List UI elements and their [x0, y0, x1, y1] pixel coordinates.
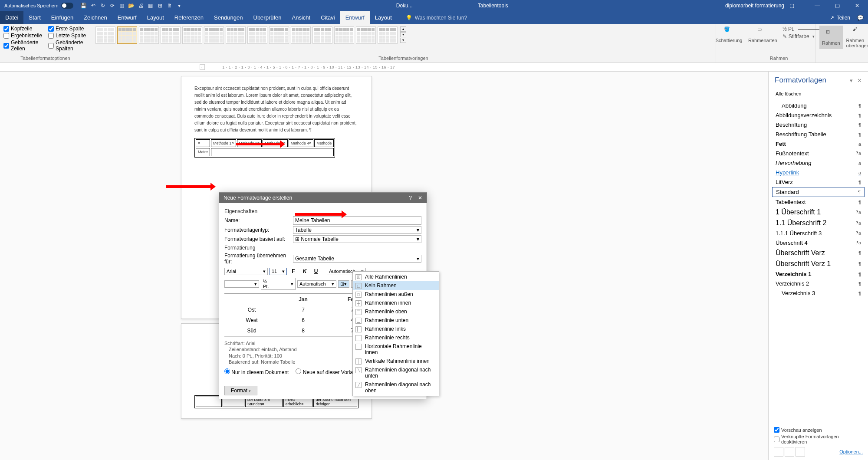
style-item[interactable]: Fußnotentext⁋a — [772, 149, 865, 158]
dialog-titlebar[interactable]: Neue Formatvorlage erstellen ? ✕ — [219, 193, 427, 203]
borders-button[interactable]: ⊞ Rahmen — [819, 26, 843, 49]
menu-diag-down[interactable]: ╲Rahmenlinien diagonal nach unten — [353, 365, 439, 380]
tab-layout[interactable]: Layout — [142, 11, 169, 24]
style-thumb[interactable] — [247, 26, 267, 44]
style-item[interactable]: Hervorhebunga — [772, 158, 865, 168]
border-color-select[interactable]: Automatisch▾ — [297, 280, 336, 288]
bold-button[interactable]: F — [289, 266, 298, 276]
style-thumb[interactable] — [226, 26, 246, 44]
style-thumb[interactable] — [291, 26, 311, 44]
menu-outside-borders[interactable]: □Rahmenlinien außen — [353, 290, 439, 299]
chk-kopfzeile[interactable]: Kopfzeile — [3, 26, 42, 32]
table-icon[interactable]: ⊞ — [156, 1, 164, 10]
refresh-icon[interactable]: ⟳ — [108, 1, 117, 10]
style-item[interactable]: Verzeichnis 2¶ — [772, 279, 865, 288]
save-icon[interactable]: 💾 — [79, 1, 88, 10]
underline-button[interactable]: U — [311, 266, 321, 276]
menu-h-inside[interactable]: ─Horizontale Rahmenlinie innen — [353, 342, 439, 357]
close-icon[interactable]: ✕ — [848, 0, 866, 11]
grid-icon[interactable]: ▦ — [146, 1, 155, 10]
tell-me[interactable]: 💡 Was möchten Sie tun? — [406, 15, 467, 21]
tab-einfuegen[interactable]: Einfügen — [46, 11, 79, 24]
open-icon[interactable]: 📂 — [127, 1, 136, 10]
tab-ueberpruefen[interactable]: Überprüfen — [248, 11, 287, 24]
style-thumb[interactable] — [334, 26, 354, 44]
tab-entwurf[interactable]: Entwurf — [112, 11, 142, 24]
tab-sendungen[interactable]: Sendungen — [209, 11, 248, 24]
menu-inside-borders[interactable]: ┼Rahmenlinien innen — [353, 299, 439, 307]
tab-referenzen[interactable]: Referenzen — [169, 11, 209, 24]
switch-icon[interactable] — [61, 3, 73, 9]
style-item[interactable]: Fetta — [772, 139, 865, 148]
style-item[interactable]: Verzeichnis 3¶ — [772, 289, 865, 298]
style-thumb[interactable] — [95, 26, 115, 44]
applyto-select[interactable]: Gesamte Tabelle▾ — [293, 255, 421, 263]
menu-bottom-border[interactable]: ▁Rahmenlinie unten — [353, 316, 439, 325]
options-link[interactable]: Optionen... — [839, 449, 863, 454]
manage-styles-button[interactable] — [796, 447, 805, 457]
style-item[interactable]: Verzeichnis 1¶ — [772, 269, 865, 279]
style-item[interactable]: Tabellentext¶ — [772, 197, 865, 207]
border-style-select[interactable]: ▾ — [224, 280, 259, 288]
autosave-toggle[interactable]: Automatisches Speichern — [2, 3, 76, 9]
menu-top-border[interactable]: ▔Rahmenlinie oben — [353, 307, 439, 316]
chk-preview[interactable]: Vorschau anzeigen — [774, 427, 863, 433]
style-thumb[interactable] — [139, 26, 159, 44]
tab-table-entwurf[interactable]: Entwurf — [340, 11, 370, 24]
menu-v-inside[interactable]: │Vertikale Rahmenlinie innen — [353, 357, 439, 365]
name-input[interactable] — [293, 216, 421, 225]
close-dialog-icon[interactable]: ✕ — [418, 195, 422, 201]
tab-zeichnen[interactable]: Zeichnen — [79, 11, 112, 24]
undo-icon[interactable]: ↶ — [89, 1, 98, 10]
chk-ergebniszeile[interactable]: Ergebniszeile — [3, 33, 42, 39]
more-icon[interactable]: ▾ — [175, 1, 184, 10]
style-inspector-button[interactable] — [785, 447, 794, 457]
page-icon[interactable]: 🗎 — [165, 1, 174, 10]
menu-no-border[interactable]: ▢Kein Rahmen — [353, 281, 439, 290]
maximize-icon[interactable]: ▢ — [828, 0, 846, 11]
menu-right-border[interactable]: ▕Rahmenlinie rechts — [353, 333, 439, 342]
style-thumb[interactable] — [182, 26, 202, 44]
size-select[interactable]: 11▾ — [270, 268, 287, 275]
gallery-more-icon[interactable]: ▾ — [400, 38, 406, 43]
minimize-icon[interactable]: — — [808, 0, 826, 11]
style-item[interactable]: Abbildungsverzeichnis¶ — [772, 111, 865, 120]
comment-icon[interactable]: 💬 — [857, 15, 864, 21]
tab-ansicht[interactable]: Ansicht — [287, 11, 316, 24]
help-icon[interactable]: ? — [409, 195, 412, 201]
style-item[interactable]: LitVerz¶ — [772, 177, 865, 187]
tab-selector[interactable]: ⌐ — [200, 64, 205, 70]
ribbon-display-icon[interactable]: ▢ — [789, 3, 794, 9]
new-icon[interactable]: ▥ — [118, 1, 126, 10]
chk-erste-spalte[interactable]: Erste Spalte — [48, 26, 87, 32]
style-item[interactable]: Beschriftung¶ — [772, 120, 865, 129]
pane-options-icon[interactable]: ▾ — [850, 77, 853, 84]
italic-button[interactable]: K — [300, 266, 309, 276]
border-width-select[interactable]: ½ Pt.▾ — [261, 278, 296, 290]
style-item[interactable]: Standard¶ — [772, 187, 865, 197]
menu-all-borders[interactable]: 田Alle Rahmenlinien — [353, 273, 439, 281]
style-thumb[interactable] — [356, 26, 376, 44]
style-thumb[interactable] — [378, 26, 398, 44]
style-item[interactable]: Überschrift 4⁋a — [772, 238, 865, 247]
style-item[interactable]: Hyperlinka — [772, 168, 865, 177]
tab-table-layout[interactable]: Layout — [370, 11, 397, 24]
tab-start[interactable]: Start — [23, 11, 46, 24]
gallery-down-icon[interactable]: ▾ — [400, 32, 406, 37]
border-styles-button[interactable]: ▭ Rahmenarten — [746, 26, 780, 44]
tab-citavi[interactable]: Citavi — [316, 11, 340, 24]
tab-datei[interactable]: Datei — [0, 11, 23, 24]
style-item[interactable]: 1 Überschrift 1⁋a — [772, 207, 865, 217]
type-select[interactable]: Tabelle▾ — [293, 226, 421, 234]
menu-left-border[interactable]: ▏Rahmenlinie links — [353, 325, 439, 333]
chk-geb-spalten[interactable]: Gebänderte Spalten — [48, 39, 87, 52]
doc-table[interactable]: ¤Methode 1¤Methode 2¤Methode 3¤Methode 4… — [194, 138, 335, 158]
shading-button[interactable]: 🪣 Schattierung — [720, 26, 738, 44]
border-painter-button[interactable]: 🖌 Rahmen übertragen — [844, 26, 868, 49]
style-item[interactable]: Überschrift Verz 1¶ — [772, 259, 865, 269]
style-item[interactable]: 1.1 Überschrift 2⁋a — [772, 218, 865, 228]
border-preset-button[interactable]: ⊞▾ — [338, 280, 349, 288]
chk-linked[interactable]: Verknüpfte Formatvorlagen deaktivieren — [774, 434, 863, 444]
redo-icon[interactable]: ↻ — [99, 1, 107, 10]
based-select[interactable]: ⊞ Normale Tabelle▾ — [293, 235, 421, 243]
